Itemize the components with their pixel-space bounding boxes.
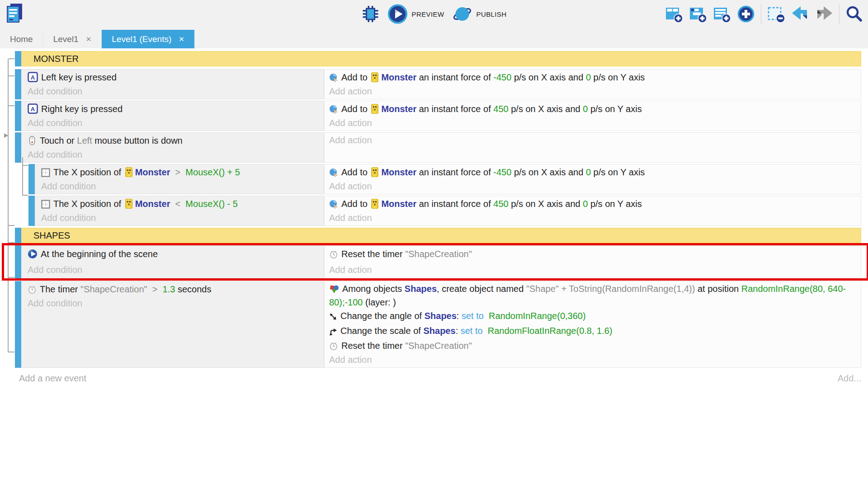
redo-button[interactable] bbox=[815, 5, 833, 23]
condition-text: Touch or Left mouse button is down bbox=[40, 136, 183, 145]
conditions-cell[interactable]: ARight key is pressed Add condition bbox=[21, 101, 324, 131]
add-more-link[interactable]: Add... bbox=[838, 373, 861, 384]
event-tree-corner bbox=[8, 352, 14, 352]
condition-line[interactable]: ARight key is pressed bbox=[28, 103, 319, 117]
event-row: ARight key is pressed Add condition Add … bbox=[15, 101, 861, 131]
event-tree-line bbox=[8, 59, 9, 352]
tab-scene-label: Level1 bbox=[53, 34, 79, 44]
project-manager-button[interactable] bbox=[4, 2, 26, 24]
action-text: Add to Monster an instant force of -450 … bbox=[341, 167, 645, 177]
add-new-event-link[interactable]: Add a new event bbox=[19, 373, 86, 384]
tab-bar: Home Level1 ✕ Level1 (Events) ✕ bbox=[0, 30, 194, 48]
actions-cell[interactable]: Reset the timer "ShapeCreation" Add acti… bbox=[324, 245, 861, 278]
group-selection-bar[interactable] bbox=[15, 51, 21, 66]
subevent-tree-line bbox=[22, 157, 23, 196]
conditions-cell[interactable]: The X position of Monster < MouseX() - 5… bbox=[35, 196, 324, 226]
globe-icon bbox=[452, 4, 472, 24]
add-condition-link[interactable]: Add condition bbox=[28, 117, 319, 129]
condition-line[interactable]: The timer "ShapeCreation" > 1.3 seconds bbox=[28, 283, 319, 297]
force-icon bbox=[329, 73, 338, 85]
condition-line[interactable]: The X position of Monster < MouseX() - 5 bbox=[41, 197, 319, 212]
close-icon[interactable]: ✕ bbox=[86, 35, 92, 43]
add-action-link[interactable]: Add action bbox=[329, 85, 856, 98]
event-selection-bar[interactable] bbox=[28, 164, 35, 194]
condition-line[interactable]: The X position of Monster > MouseX() + 5 bbox=[41, 166, 319, 180]
add-event-button[interactable] bbox=[665, 5, 683, 23]
action-line[interactable]: Among objects Shapes, create object name… bbox=[329, 283, 856, 308]
add-action-link[interactable]: Add action bbox=[329, 134, 856, 146]
actions-cell[interactable]: Add to Monster an instant force of -450 … bbox=[324, 164, 861, 194]
publish-button[interactable]: PUBLISH bbox=[452, 4, 506, 24]
mouse-icon bbox=[28, 136, 37, 149]
debug-button[interactable] bbox=[362, 5, 380, 23]
add-more-button[interactable] bbox=[737, 5, 755, 23]
delete-selection-button[interactable] bbox=[767, 5, 785, 23]
add-condition-link[interactable]: Add condition bbox=[28, 297, 319, 310]
search-button[interactable] bbox=[845, 5, 863, 23]
undo-button[interactable] bbox=[791, 5, 809, 23]
action-line[interactable]: Add to Monster an instant force of -450 … bbox=[329, 166, 856, 180]
action-line[interactable]: Reset the timer "ShapeCreation" bbox=[329, 247, 856, 263]
event-selection-bar[interactable] bbox=[15, 132, 21, 163]
action-text: Add to Monster an instant force of -450 … bbox=[341, 72, 645, 82]
event-selection-bar[interactable] bbox=[15, 69, 21, 99]
condition-line[interactable]: ALeft key is pressed bbox=[28, 71, 319, 85]
add-condition-link[interactable]: Add condition bbox=[28, 149, 319, 161]
conditions-cell[interactable]: Touch or Left mouse button is down Add c… bbox=[21, 132, 324, 163]
add-condition-link[interactable]: Add condition bbox=[28, 263, 319, 277]
actions-cell[interactable]: Add to Monster an instant force of 450 p… bbox=[324, 101, 861, 131]
toolbar-separator bbox=[761, 4, 761, 24]
event-selection-bar[interactable] bbox=[28, 196, 35, 226]
action-line[interactable]: Reset the timer "ShapeCreation" bbox=[329, 339, 856, 354]
add-condition-link[interactable]: Add condition bbox=[41, 180, 319, 192]
svg-text:A: A bbox=[31, 106, 35, 113]
tab-home[interactable]: Home bbox=[0, 30, 43, 48]
add-condition-link[interactable]: Add condition bbox=[41, 212, 319, 224]
add-action-link[interactable]: Add action bbox=[329, 180, 856, 192]
add-action-link[interactable]: Add action bbox=[329, 117, 856, 129]
action-line[interactable]: Add to Monster an instant force of 450 p… bbox=[329, 197, 856, 212]
event-tree-tick bbox=[9, 75, 14, 76]
action-text: Reset the timer "ShapeCreation" bbox=[341, 249, 472, 259]
conditions-cell[interactable]: The timer "ShapeCreation" > 1.3 seconds … bbox=[21, 281, 324, 368]
event-selection-bar[interactable] bbox=[15, 101, 21, 131]
add-event-icon bbox=[665, 5, 683, 23]
event-selection-bar[interactable] bbox=[15, 281, 21, 368]
tab-scene-events-label: Level1 (Events) bbox=[112, 34, 171, 44]
group-title-monster[interactable]: MONSTER bbox=[21, 51, 861, 66]
timer-icon bbox=[329, 341, 338, 354]
scene-start-icon bbox=[28, 249, 38, 263]
action-line[interactable]: Change the scale of Shapes: set to Rando… bbox=[329, 324, 856, 339]
force-icon bbox=[329, 168, 338, 180]
add-action-link[interactable]: Add action bbox=[329, 263, 856, 277]
tab-home-label: Home bbox=[10, 34, 33, 44]
add-action-link[interactable]: Add action bbox=[329, 212, 856, 224]
group-title-shapes[interactable]: SHAPES bbox=[21, 228, 861, 243]
preview-button[interactable]: PREVIEW bbox=[388, 4, 444, 24]
tab-scene-events[interactable]: Level1 (Events) ✕ bbox=[102, 30, 194, 48]
add-subevent-button[interactable] bbox=[689, 5, 707, 23]
close-icon[interactable]: ✕ bbox=[179, 35, 184, 43]
add-action-link[interactable]: Add action bbox=[329, 354, 856, 366]
condition-text: At the beginning of the scene bbox=[41, 249, 158, 259]
conditions-cell[interactable]: ALeft key is pressed Add condition bbox=[21, 69, 324, 99]
action-line[interactable]: Add to Monster an instant force of -450 … bbox=[329, 71, 856, 85]
conditions-cell[interactable]: The X position of Monster > MouseX() + 5… bbox=[35, 164, 324, 194]
expand-arrow-icon[interactable] bbox=[4, 133, 8, 138]
conditions-cell[interactable]: At the beginning of the scene Add condit… bbox=[21, 245, 324, 278]
right-toolbar bbox=[665, 2, 863, 26]
action-line[interactable]: Change the angle of Shapes: set to Rando… bbox=[329, 310, 856, 324]
actions-cell[interactable]: Among objects Shapes, create object name… bbox=[324, 281, 861, 368]
actions-cell[interactable]: Add to Monster an instant force of 450 p… bbox=[324, 196, 861, 226]
condition-line[interactable]: Touch or Left mouse button is down bbox=[28, 134, 319, 149]
add-comment-button[interactable] bbox=[713, 5, 731, 23]
add-condition-link[interactable]: Add condition bbox=[28, 85, 319, 98]
condition-text: Left key is pressed bbox=[41, 72, 117, 82]
actions-cell[interactable]: Add action bbox=[324, 132, 861, 163]
actions-cell[interactable]: Add to Monster an instant force of -450 … bbox=[324, 69, 861, 99]
tab-scene[interactable]: Level1 ✕ bbox=[43, 30, 102, 48]
condition-line[interactable]: At the beginning of the scene bbox=[28, 247, 319, 263]
group-selection-bar[interactable] bbox=[15, 228, 21, 243]
action-line[interactable]: Add to Monster an instant force of 450 p… bbox=[329, 103, 856, 117]
event-selection-bar[interactable] bbox=[15, 245, 21, 278]
